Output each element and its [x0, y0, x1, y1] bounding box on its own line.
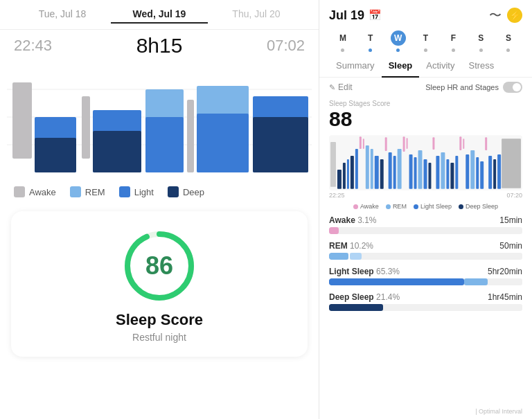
rem-color: [70, 186, 81, 197]
svg-rect-37: [407, 138, 408, 149]
rem-dot: [386, 204, 391, 209]
svg-rect-13: [197, 114, 249, 172]
wave-icon[interactable]: 〜: [489, 7, 502, 24]
day-next[interactable]: Thu, Jul 20: [208, 8, 305, 19]
week-day-fri[interactable]: F: [445, 30, 461, 52]
week-day-sun[interactable]: S: [501, 30, 516, 52]
right-panel: Jul 19 📅 〜 ⚡ M T W T F S: [319, 0, 532, 419]
svg-rect-39: [414, 157, 417, 189]
legend-rem: REM: [70, 186, 105, 197]
svg-rect-31: [380, 159, 384, 189]
day-prev[interactable]: Tue, Jul 18: [14, 8, 111, 19]
legend-awake-label: Awake: [29, 187, 56, 197]
legend-light: Light: [119, 186, 154, 197]
bottom-hint: | Optimal Interval: [319, 405, 532, 419]
svg-rect-43: [432, 137, 434, 150]
chart-end-time: 07:20: [506, 192, 522, 199]
optimal-interval-text: | Optimal Interval: [475, 408, 522, 415]
svg-rect-26: [360, 136, 362, 149]
tabs-row: Summary Sleep Activity Stress: [319, 55, 532, 78]
stage-light-bar-bg: [329, 278, 522, 285]
left-panel: Tue, Jul 18 Wed, Jul 19 Thu, Jul 20 22:4…: [0, 0, 319, 419]
tab-activity[interactable]: Activity: [419, 55, 461, 78]
svg-rect-10: [145, 117, 184, 172]
svg-rect-8: [93, 131, 141, 172]
svg-rect-42: [428, 163, 431, 189]
svg-rect-54: [480, 161, 484, 189]
stage-awake-duration: 15min: [499, 215, 522, 225]
svg-rect-38: [409, 154, 413, 189]
svg-rect-56: [488, 156, 492, 189]
svg-rect-51: [466, 154, 469, 189]
svg-rect-30: [375, 156, 379, 189]
stage-light-name: Light Sleep 65.3%: [329, 267, 400, 276]
stages-list: Awake 3.1% 15min REM 10.2% 50min: [319, 213, 532, 405]
week-day-tue[interactable]: T: [363, 30, 378, 52]
svg-rect-50: [463, 139, 464, 149]
week-day-thu[interactable]: T: [418, 30, 433, 52]
week-dot: [452, 48, 455, 52]
chart-legend-right: Awake REM Light Sleep Deep Sleep: [319, 200, 532, 213]
week-day-sat[interactable]: S: [473, 30, 488, 52]
right-date: Jul 19 📅: [329, 8, 382, 23]
day-current[interactable]: Wed, Jul 19: [111, 8, 208, 24]
stage-light: Light Sleep 65.3% 5hr20min: [329, 267, 522, 285]
date-text: Jul 19: [329, 8, 364, 23]
legend-deep: Deep: [168, 186, 204, 197]
stage-rem-bar1: [329, 253, 348, 260]
stage-deep-name: Deep Sleep 21.4%: [329, 292, 400, 302]
week-dot: [506, 48, 510, 52]
week-day-mon[interactable]: M: [335, 30, 351, 52]
awake-color: [14, 186, 25, 197]
stage-deep-bar: [329, 304, 383, 311]
week-day-label: F: [445, 30, 461, 46]
mini-sleep-chart: [319, 135, 532, 190]
sleep-chart: [0, 62, 319, 179]
sleep-duration: 8h15: [136, 34, 183, 57]
svg-rect-40: [418, 150, 423, 189]
legend-awake-item: Awake: [353, 203, 379, 210]
svg-rect-46: [446, 159, 449, 189]
tab-summary[interactable]: Summary: [329, 55, 382, 78]
stages-score-label: Sleep Stages Score: [329, 100, 522, 107]
tab-stress[interactable]: Stress: [461, 55, 501, 78]
stage-rem-bar-bg: [329, 253, 522, 260]
svg-rect-3: [12, 82, 32, 159]
stages-score-value: 88: [329, 107, 522, 131]
score-value: 86: [145, 251, 173, 280]
stage-rem-bar2: [350, 253, 362, 260]
svg-rect-35: [398, 149, 402, 189]
legend-light-item: Light Sleep: [414, 203, 452, 210]
tab-sleep[interactable]: Sleep: [382, 55, 420, 78]
stage-deep-bar-bg: [329, 304, 522, 311]
svg-rect-15: [253, 117, 308, 172]
legend-deep-item: Deep Sleep: [459, 203, 498, 210]
edit-label[interactable]: ✎ Edit: [329, 82, 353, 92]
svg-rect-44: [436, 156, 439, 189]
svg-rect-19: [330, 142, 336, 187]
light-color: [119, 186, 130, 197]
week-dot: [424, 48, 427, 52]
svg-rect-21: [337, 170, 342, 189]
svg-rect-32: [385, 137, 387, 151]
sleep-score-title: Sleep Score: [116, 311, 203, 329]
stage-awake: Awake 3.1% 15min: [329, 215, 522, 234]
svg-rect-27: [363, 139, 364, 149]
week-day-label: M: [335, 30, 351, 46]
week-day-wed[interactable]: W: [391, 30, 406, 52]
toggle-switch[interactable]: [503, 82, 522, 93]
right-header: Jul 19 📅 〜 ⚡: [319, 0, 532, 26]
svg-rect-23: [347, 159, 349, 189]
svg-rect-29: [371, 149, 373, 189]
stage-awake-bar-bg: [329, 227, 522, 234]
svg-rect-5: [35, 138, 76, 172]
svg-rect-58: [497, 154, 501, 189]
deep-dot: [459, 204, 463, 209]
bolt-icon[interactable]: ⚡: [507, 8, 522, 23]
stages-score-section: Sleep Stages Score 88: [319, 97, 532, 135]
svg-rect-25: [355, 149, 358, 189]
calendar-icon[interactable]: 📅: [369, 9, 382, 21]
legend-rem-right: REM: [393, 203, 407, 210]
stage-deep-header: Deep Sleep 21.4% 1hr45min: [329, 292, 522, 302]
toggle-sleep-hr[interactable]: Sleep HR and Stages: [425, 82, 522, 93]
